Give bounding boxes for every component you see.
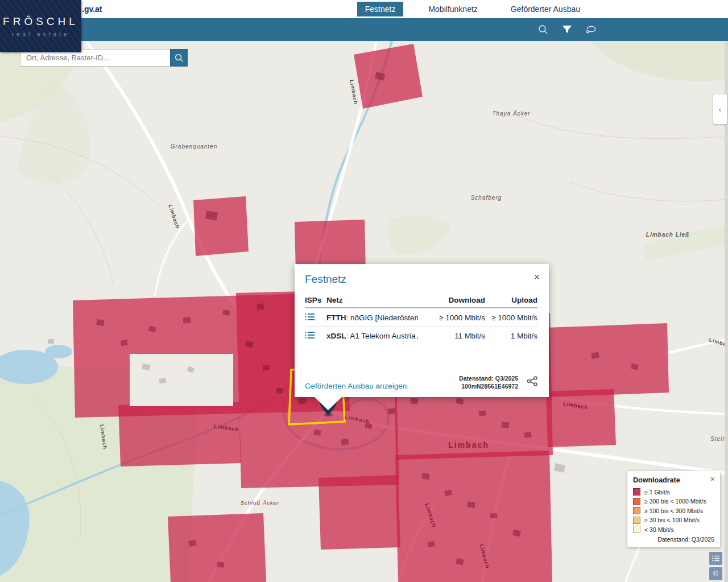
legend-datenstand: Datenstand: Q3/2025	[633, 536, 714, 543]
tab-gefoerderter-ausbau[interactable]: Geförderter Ausbau	[503, 2, 588, 16]
tech-xdsl: xDSL	[326, 332, 346, 340]
popup-datenstand-text: Datenstand: Q3/2025	[459, 374, 518, 382]
isp-row-xdsl: xDSL: A1 Telekom Austria AG 11 Mbit/s 1 …	[305, 327, 537, 345]
lasso-icon[interactable]	[585, 23, 597, 36]
legend-swatch	[633, 517, 640, 524]
legend-swatch	[633, 526, 640, 533]
upload-ftth: ≥ 1000 Mbit/s	[485, 313, 537, 322]
isp-list-icon[interactable]	[305, 331, 326, 341]
legend-item: ≥ 100 bis < 300 Mbit/s	[633, 507, 714, 514]
legend-item: ≥ 30 bis < 100 Mbit/s	[633, 517, 714, 524]
logo-subtitle: real estate	[12, 31, 70, 38]
popup-raster-id: 100mN28561E46972	[459, 382, 518, 390]
tab-mobilfunknetz[interactable]: Mobilfunknetz	[420, 2, 485, 16]
upload-xdsl: 1 Mbit/s	[485, 332, 537, 340]
copyright-icon: ©	[713, 570, 718, 578]
legend-panel: Downloadrate × ≥ 1 Gbit/s ≥ 300 bis < 10…	[627, 471, 720, 547]
netz-xdsl: xDSL: A1 Telekom Austria AG	[326, 332, 418, 340]
isp-row-ftth: FTTH: nöGIG [Niederösterreichis… ≥ 1000 …	[305, 308, 537, 327]
attribution-button[interactable]: ©	[709, 567, 722, 580]
map-corner-buttons: ©	[709, 552, 722, 580]
provider-xdsl: : A1 Telekom Austria AG	[346, 332, 418, 340]
legend-label: ≥ 30 bis < 100 Mbit/s	[644, 517, 700, 523]
legend-label: ≥ 100 bis < 300 Mbit/s	[644, 507, 703, 514]
isp-list-icon[interactable]	[305, 313, 326, 323]
tech-ftth: FTTH	[326, 313, 346, 322]
legend-close-icon[interactable]: ×	[710, 475, 715, 483]
netz-ftth: FTTH: nöGIG [Niederösterreichis…	[326, 313, 418, 322]
legend-swatch	[633, 488, 640, 496]
col-upload: Upload	[485, 296, 537, 304]
download-xdsl: 11 Mbit/s	[418, 332, 485, 340]
legend-label: ≥ 300 bis < 1000 Mbit/s	[644, 498, 706, 505]
isp-table-header: ISPs Netz Download Upload	[305, 292, 537, 308]
share-icon[interactable]	[526, 376, 539, 389]
site-url: .gv.at	[82, 5, 102, 14]
col-netz: Netz	[326, 296, 418, 304]
legend-toggle-button[interactable]	[709, 552, 722, 565]
legend-swatch	[633, 507, 640, 514]
legend-item: ≥ 300 bis < 1000 Mbit/s	[633, 498, 714, 505]
search-icon[interactable]	[537, 23, 549, 36]
panel-expand-handle[interactable]: ‹	[713, 94, 727, 124]
chevron-left-icon: ‹	[719, 105, 721, 114]
top-bar: .gv.at Festnetz Mobilfunknetz Geförderte…	[0, 0, 728, 18]
main-tabs: Festnetz Mobilfunknetz Geförderter Ausba…	[357, 1, 588, 17]
show-funded-expansion-link[interactable]: Geförderten Ausbau anzeigen	[305, 382, 407, 390]
legend-label: ≥ 1 Gbit/s	[644, 489, 670, 496]
map-toolbar	[0, 18, 728, 41]
legend-swatch	[633, 498, 640, 505]
isp-table: ISPs Netz Download Upload FTTH: nöGIG [N…	[305, 292, 537, 345]
close-icon[interactable]: ×	[533, 272, 540, 282]
legend-items: ≥ 1 Gbit/s ≥ 300 bis < 1000 Mbit/s ≥ 100…	[633, 488, 714, 533]
logo-title: FRÔSCHL	[3, 15, 78, 28]
legend-label: < 30 Mbit/s	[644, 526, 674, 533]
legend-title: Downloadrate	[633, 476, 714, 484]
festnetz-popup: Festnetz × ISPs Netz Download Upload FTT…	[295, 264, 549, 397]
popup-datenstand: Datenstand: Q3/2025 100mN28561E46972	[459, 374, 518, 390]
popup-footer: Geförderten Ausbau anzeigen Datenstand: …	[305, 374, 539, 390]
search-button[interactable]	[170, 49, 188, 67]
tab-festnetz[interactable]: Festnetz	[357, 2, 404, 16]
download-ftth: ≥ 1000 Mbit/s	[418, 313, 485, 322]
legend-item: < 30 Mbit/s	[633, 526, 714, 533]
provider-ftth: : nöGIG [Niederösterreichis…	[346, 313, 419, 322]
col-isps: ISPs	[305, 296, 326, 304]
legend-item: ≥ 1 Gbit/s	[633, 488, 714, 496]
filter-icon[interactable]	[561, 23, 573, 36]
popup-title: Festnetz	[305, 273, 537, 286]
app-window: Grabenquanten Thaya Äcker Schafberg Limb…	[0, 0, 728, 582]
col-download: Download	[418, 296, 485, 304]
logo-froeschl: FRÔSCHL real estate	[0, 0, 81, 52]
